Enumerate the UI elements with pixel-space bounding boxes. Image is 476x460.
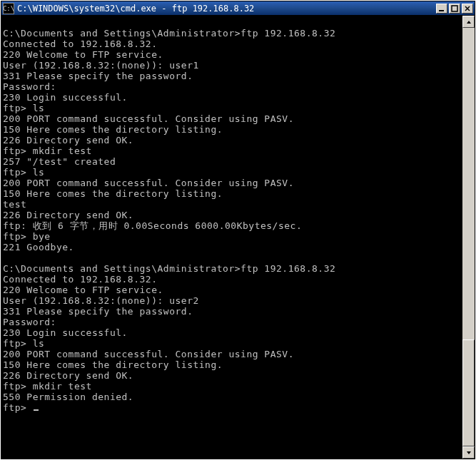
scroll-up-button[interactable] — [462, 16, 475, 28]
chevron-down-icon — [466, 450, 472, 456]
window-controls — [436, 4, 473, 14]
minimize-icon — [438, 5, 445, 12]
cursor — [34, 409, 39, 411]
cmd-icon: C:\ — [3, 3, 14, 14]
scroll-down-button[interactable] — [462, 446, 475, 459]
window-title: C:\WINDOWS\system32\cmd.exe - ftp 192.16… — [17, 4, 436, 14]
minimize-button[interactable] — [436, 4, 447, 14]
maximize-icon — [451, 5, 458, 12]
maximize-button[interactable] — [449, 4, 460, 14]
svg-rect-1 — [452, 6, 457, 11]
close-icon — [464, 5, 471, 12]
scroll-thumb[interactable] — [462, 339, 475, 446]
cmd-icon-text: C:\ — [3, 5, 14, 12]
scroll-track[interactable] — [462, 28, 475, 446]
vertical-scrollbar[interactable] — [462, 16, 475, 459]
title-bar[interactable]: C:\ C:\WINDOWS\system32\cmd.exe - ftp 19… — [1, 1, 475, 16]
chevron-up-icon — [466, 19, 472, 25]
cmd-window: C:\ C:\WINDOWS\system32\cmd.exe - ftp 19… — [1, 1, 475, 459]
terminal-output[interactable]: C:\Documents and Settings\Administrator>… — [1, 16, 462, 459]
svg-rect-0 — [439, 10, 444, 11]
close-button[interactable] — [462, 4, 473, 14]
